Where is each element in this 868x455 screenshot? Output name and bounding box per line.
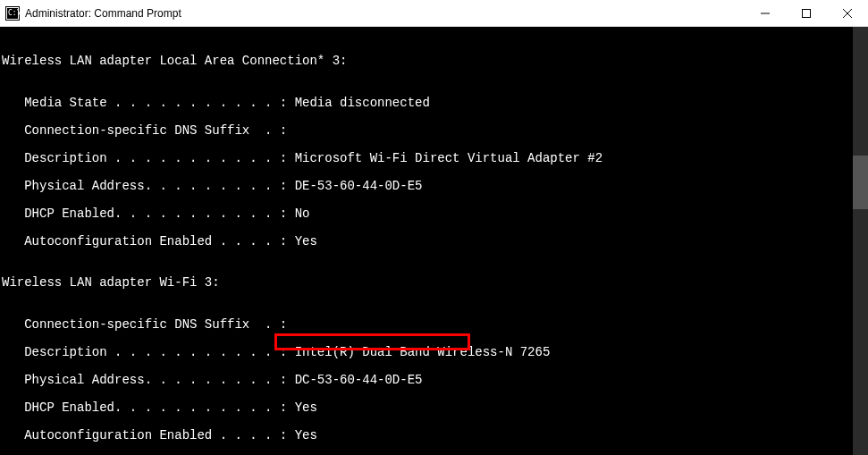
maximize-button[interactable] <box>786 0 827 27</box>
minimize-button[interactable] <box>745 0 786 27</box>
output-line: Physical Address. . . . . . . . . : DC-5… <box>2 374 866 388</box>
output-line: DHCP Enabled. . . . . . . . . . . : No <box>2 207 866 222</box>
output-line: Connection-specific DNS Suffix . : <box>2 318 866 333</box>
window: C:\ Administrator: Command Prompt Wirele… <box>0 0 868 455</box>
svg-text:C:\: C:\ <box>8 9 20 17</box>
output-line: Description . . . . . . . . . . . : Inte… <box>2 346 866 360</box>
output-line: DHCP Enabled. . . . . . . . . . . : Yes <box>2 401 866 416</box>
scrollbar[interactable] <box>853 27 868 455</box>
svg-rect-5 <box>803 10 811 18</box>
output-line: Autoconfiguration Enabled . . . . : Yes <box>2 429 866 443</box>
output-line: Wireless LAN adapter Wi-Fi 3: <box>2 276 866 291</box>
close-button[interactable] <box>827 0 868 27</box>
output-line: Wireless LAN adapter Local Area Connecti… <box>2 55 866 69</box>
titlebar[interactable]: C:\ Administrator: Command Prompt <box>0 0 868 27</box>
terminal-output[interactable]: Wireless LAN adapter Local Area Connecti… <box>0 27 868 455</box>
output-line: Connection-specific DNS Suffix . : <box>2 124 866 139</box>
window-title: Administrator: Command Prompt <box>25 7 745 20</box>
window-controls <box>745 0 868 26</box>
cmd-icon: C:\ <box>5 6 20 21</box>
output-line: Physical Address. . . . . . . . . : DE-5… <box>2 180 866 194</box>
output-line: Autoconfiguration Enabled . . . . : Yes <box>2 235 866 249</box>
output-line: Description . . . . . . . . . . . : Micr… <box>2 152 866 166</box>
scrollbar-thumb[interactable] <box>853 156 868 209</box>
output-line: Media State . . . . . . . . . . . : Medi… <box>2 97 866 111</box>
